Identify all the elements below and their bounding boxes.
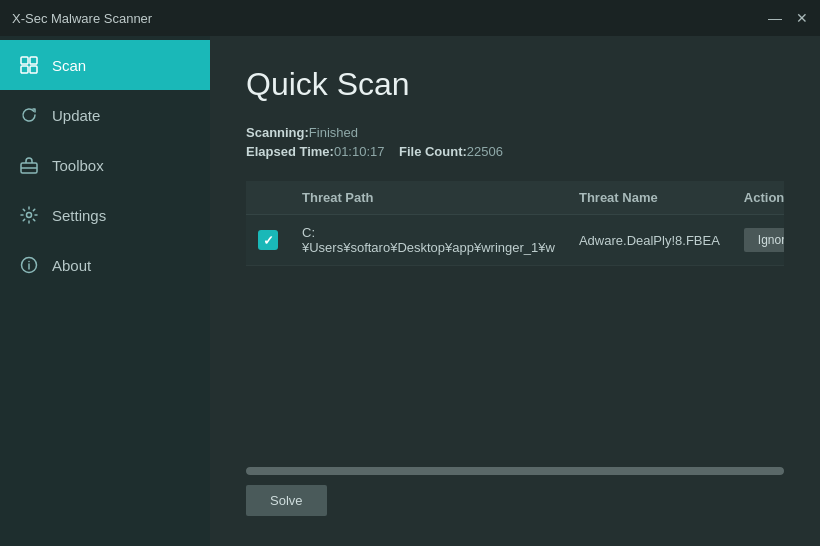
- toolbox-icon: [18, 154, 40, 176]
- sidebar-scan-label: Scan: [52, 57, 86, 74]
- scanning-value: Finished: [309, 125, 358, 140]
- sidebar-item-update[interactable]: Update: [0, 90, 210, 140]
- sidebar-item-scan[interactable]: Scan: [0, 40, 210, 90]
- update-icon: [18, 104, 40, 126]
- sidebar-about-label: About: [52, 257, 91, 274]
- file-count-value: 22506: [467, 144, 503, 159]
- progress-bar-track: [246, 467, 784, 475]
- col-header-checkbox: [246, 181, 290, 215]
- close-button[interactable]: ✕: [796, 11, 808, 25]
- col-header-action: Action: [732, 181, 784, 215]
- svg-point-6: [27, 213, 32, 218]
- app-body: Scan Update Toolbox: [0, 36, 820, 546]
- scan-icon: [18, 54, 40, 76]
- svg-rect-1: [30, 57, 37, 64]
- main-content: Quick Scan Scanning:Finished Elapsed Tim…: [210, 36, 820, 546]
- threat-table: Threat Path Threat Name Action C:¥Users¥…: [246, 181, 784, 266]
- scan-status-section: Scanning:Finished Elapsed Time:01:10:17 …: [246, 125, 784, 163]
- app-title: X-Sec Malware Scanner: [12, 11, 152, 26]
- minimize-button[interactable]: —: [768, 11, 782, 25]
- progress-bar-fill: [246, 467, 784, 475]
- svg-rect-3: [30, 66, 37, 73]
- title-bar: X-Sec Malware Scanner — ✕: [0, 0, 820, 36]
- settings-icon: [18, 204, 40, 226]
- solve-button[interactable]: Solve: [246, 485, 327, 516]
- scanning-status-line: Scanning:Finished: [246, 125, 784, 140]
- row-checkbox-cell: [246, 215, 290, 266]
- col-header-threat-name: Threat Name: [567, 181, 732, 215]
- threat-table-wrapper: Threat Path Threat Name Action C:¥Users¥…: [246, 181, 784, 451]
- ignore-button[interactable]: Ignore: [744, 228, 784, 252]
- sidebar-update-label: Update: [52, 107, 100, 124]
- row-action-cell: Ignore: [732, 215, 784, 266]
- svg-rect-0: [21, 57, 28, 64]
- sidebar-item-about[interactable]: About: [0, 240, 210, 290]
- svg-rect-2: [21, 66, 28, 73]
- elapsed-time-line: Elapsed Time:01:10:17 File Count:22506: [246, 144, 784, 159]
- col-header-threat-path: Threat Path: [290, 181, 567, 215]
- sidebar-settings-label: Settings: [52, 207, 106, 224]
- elapsed-value: 01:10:17: [334, 144, 385, 159]
- window-controls: — ✕: [768, 11, 808, 25]
- table-row: C:¥Users¥softaro¥Desktop¥app¥wringer_1¥w…: [246, 215, 784, 266]
- page-title: Quick Scan: [246, 66, 784, 103]
- sidebar-item-settings[interactable]: Settings: [0, 190, 210, 240]
- about-icon: [18, 254, 40, 276]
- sidebar: Scan Update Toolbox: [0, 36, 210, 546]
- svg-point-9: [28, 261, 30, 263]
- row-checkbox[interactable]: [258, 230, 278, 250]
- sidebar-toolbox-label: Toolbox: [52, 157, 104, 174]
- row-threat-path: C:¥Users¥softaro¥Desktop¥app¥wringer_1¥w: [290, 215, 567, 266]
- row-threat-name: Adware.DealPly!8.FBEA: [567, 215, 732, 266]
- sidebar-item-toolbox[interactable]: Toolbox: [0, 140, 210, 190]
- bottom-area: Solve: [246, 451, 784, 516]
